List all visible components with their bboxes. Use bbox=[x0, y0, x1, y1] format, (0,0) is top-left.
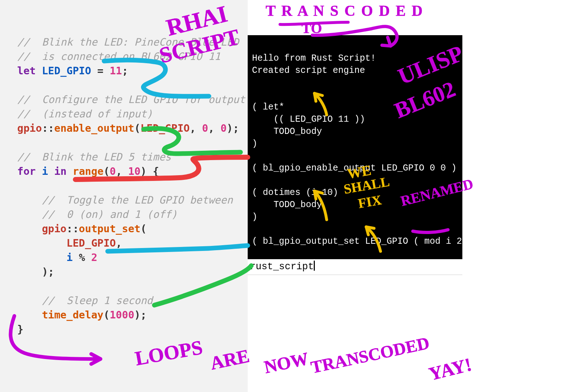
paren-close: ) bbox=[140, 165, 146, 177]
space bbox=[66, 165, 73, 177]
semicolon: ; bbox=[122, 65, 128, 77]
semicolon: ; bbox=[48, 266, 54, 278]
space bbox=[103, 65, 109, 77]
space bbox=[91, 65, 97, 77]
term-line: Hello from Rust Script! bbox=[252, 53, 376, 64]
annot-transcoded: T R A N S C O D E D bbox=[266, 3, 424, 19]
space bbox=[196, 122, 202, 134]
term-line: ( let* bbox=[252, 102, 284, 112]
term-line: TODO_body bbox=[252, 126, 322, 137]
code-comment: // 0 (on) and 1 (off) bbox=[17, 209, 177, 220]
mod-gpio: gpio bbox=[17, 122, 42, 134]
indent bbox=[17, 223, 42, 235]
space bbox=[36, 165, 42, 177]
space bbox=[73, 252, 79, 263]
space bbox=[122, 165, 128, 177]
op-mod: % bbox=[79, 252, 85, 263]
paren-close: ) bbox=[42, 266, 48, 278]
num-11: 11 bbox=[109, 65, 122, 77]
space bbox=[36, 65, 42, 77]
code-comment: // (instead of input) bbox=[17, 108, 153, 120]
num-0: 0 bbox=[202, 122, 208, 134]
kw-in: in bbox=[54, 165, 66, 177]
term-line: ( bl_gpio_output_set LED_GPIO ( mod i 2 … bbox=[252, 236, 473, 247]
num-0: 0 bbox=[220, 122, 227, 134]
term-line: ( bl_gpio_enable_output LED_GPIO 0 0 ) bbox=[252, 163, 457, 173]
comma: , bbox=[116, 165, 122, 177]
kw-let: let bbox=[17, 65, 36, 77]
op-cc: :: bbox=[66, 223, 79, 235]
rhai-code-panel: // Blink the LED: PineCone Blue LED // i… bbox=[0, 0, 248, 392]
space bbox=[146, 165, 153, 177]
fn-time-delay: time_delay bbox=[42, 309, 104, 321]
code-comment: // Sleep 1 second bbox=[17, 295, 153, 307]
indent bbox=[17, 266, 42, 278]
space bbox=[214, 122, 220, 134]
op-cc: :: bbox=[42, 122, 54, 134]
space bbox=[48, 165, 54, 177]
var-i: i bbox=[66, 252, 73, 263]
fn-enable-output: enable_output bbox=[54, 122, 134, 134]
annot-transcoded2: TRANSCODED bbox=[309, 333, 431, 377]
arg-led-gpio: LED_GPIO bbox=[66, 237, 116, 249]
paren-close: ) bbox=[134, 309, 140, 321]
terminal-output: Hello from Rust Script! Created script e… bbox=[248, 35, 462, 258]
op-eq: = bbox=[97, 65, 103, 77]
paren-open: ( bbox=[103, 165, 109, 177]
num-10: 10 bbox=[128, 165, 140, 177]
annot-now: NOW bbox=[262, 348, 311, 377]
semicolon: ; bbox=[140, 309, 146, 321]
mod-gpio: gpio bbox=[42, 223, 67, 235]
paren-open: ( bbox=[140, 223, 146, 235]
annot-to: TO bbox=[302, 20, 322, 36]
brace-close: } bbox=[17, 323, 23, 335]
indent bbox=[17, 237, 66, 249]
space bbox=[85, 252, 91, 263]
comma: , bbox=[190, 122, 196, 134]
num-0: 0 bbox=[109, 165, 116, 177]
code-comment: // Blink the LED 5 times bbox=[17, 151, 171, 163]
brace-open: { bbox=[153, 165, 159, 177]
code-comment: // Blink the LED: PineCone Blue LED bbox=[17, 36, 239, 48]
term-line: TODO_body bbox=[252, 200, 322, 210]
semicolon: ; bbox=[233, 122, 239, 134]
fn-output-set: output_set bbox=[79, 223, 141, 235]
terminal-input[interactable]: rust_script bbox=[248, 258, 462, 275]
code-comment: // Configure the LED GPIO for output bbox=[17, 94, 245, 106]
num-1000: 1000 bbox=[109, 309, 134, 321]
paren-close: ) bbox=[227, 122, 233, 134]
code-comment: // is connected on BL602 GPIO 11 bbox=[17, 51, 220, 62]
term-line: ( dotimes (i 10) bbox=[252, 187, 338, 198]
num-2: 2 bbox=[91, 252, 97, 263]
indent bbox=[17, 252, 66, 263]
indent bbox=[17, 309, 42, 321]
annot-yay: YAY! bbox=[427, 354, 474, 384]
code-comment: // Toggle the LED GPIO between bbox=[17, 194, 233, 206]
text-cursor-icon bbox=[314, 261, 315, 271]
fn-range: range bbox=[73, 165, 104, 177]
term-line: ) bbox=[252, 212, 257, 222]
paren-open: ( bbox=[103, 309, 109, 321]
kw-for: for bbox=[17, 165, 36, 177]
var-led-gpio: LED_GPIO bbox=[42, 65, 91, 77]
paren-open: ( bbox=[134, 122, 140, 134]
terminal-input-text: rust_script bbox=[250, 261, 314, 272]
term-line: Created script engine bbox=[252, 65, 365, 76]
var-i: i bbox=[42, 165, 48, 177]
comma: , bbox=[208, 122, 214, 134]
term-line: (( LED_GPIO 11 )) bbox=[252, 114, 365, 125]
term-line: ) bbox=[252, 139, 257, 149]
comma: , bbox=[116, 237, 122, 249]
arg-led-gpio: LED_GPIO bbox=[140, 122, 190, 134]
